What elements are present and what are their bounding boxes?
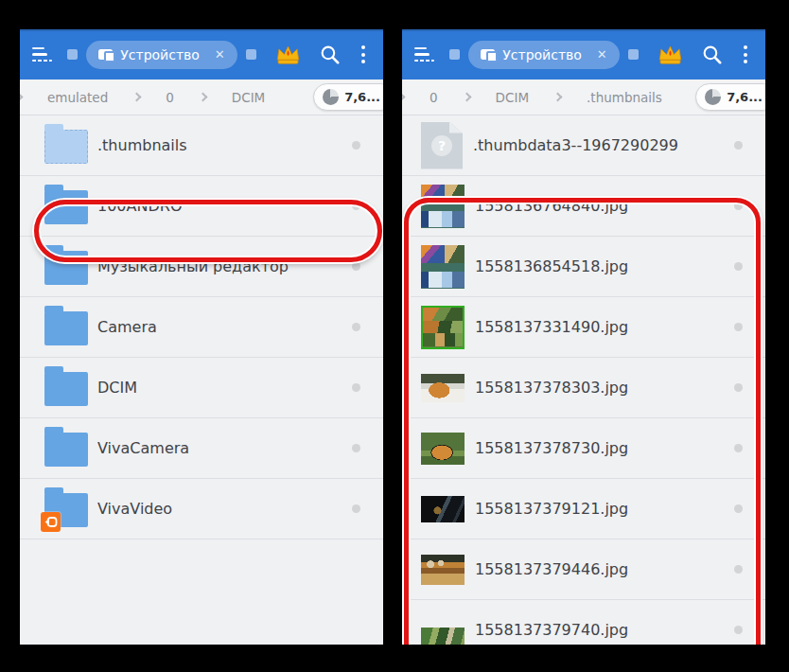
file-row[interactable]: 1558137378303.jpg — [402, 358, 765, 418]
selection-dot[interactable] — [352, 444, 360, 452]
file-name: 1558137379446.jpg — [475, 560, 723, 578]
folder-row[interactable]: .thumbnails — [20, 115, 383, 176]
file-row[interactable]: 1558137379121.jpg — [402, 479, 765, 539]
file-name: 1558137378730.jpg — [475, 439, 723, 457]
folder-row[interactable]: DCIM — [20, 358, 383, 418]
file-name: Camera — [97, 318, 341, 336]
selection-dot[interactable] — [352, 141, 360, 150]
selection-dot[interactable] — [352, 202, 360, 210]
usage-label: 7,6... — [727, 90, 763, 104]
hamburger-menu-button[interactable] — [32, 47, 55, 62]
breadcrumb-item[interactable]: .thumbnails — [587, 90, 662, 105]
overflow-menu-button[interactable] — [738, 44, 753, 65]
chevron-right-icon — [553, 93, 563, 102]
folder-row[interactable]: VivaCamera — [20, 418, 383, 479]
selection-dot[interactable] — [734, 202, 743, 210]
thumbnail-image — [421, 245, 465, 289]
selection-dot[interactable] — [352, 383, 360, 392]
device-tab[interactable]: Устройство ✕ — [468, 41, 620, 69]
pie-chart-icon — [705, 89, 721, 105]
folder-row[interactable]: Camera — [20, 297, 383, 358]
thumbnail-image — [421, 496, 465, 522]
unknown-file-icon: ? — [421, 122, 463, 169]
usage-label: 7,6... — [344, 90, 380, 104]
selection-dot[interactable] — [734, 504, 743, 513]
selection-dot[interactable] — [734, 444, 743, 452]
file-row[interactable]: 1558137378730.jpg — [402, 418, 765, 479]
breadcrumb-bar: emulated 0 DCIM 7,6... — [20, 80, 383, 115]
left-screenshot: Устройство ✕ emulated 0 DCIM 7,6... . — [20, 29, 383, 645]
vivavideo-badge-icon — [41, 512, 61, 532]
file-name: 1558136764840.jpg — [475, 197, 723, 215]
breadcrumb-item[interactable]: emulated — [47, 90, 108, 105]
adjacent-tab-left[interactable] — [449, 49, 460, 60]
overflow-menu-button[interactable] — [356, 44, 371, 65]
search-icon[interactable] — [319, 44, 341, 65]
storage-usage-badge[interactable]: 7,6... — [695, 83, 765, 111]
file-name: 1558137331490.jpg — [475, 318, 723, 336]
selection-dot[interactable] — [352, 262, 360, 271]
selection-dot[interactable] — [734, 141, 743, 150]
app-header: Устройство ✕ — [20, 29, 383, 80]
folder-icon — [44, 433, 88, 467]
pie-chart-icon — [323, 89, 339, 105]
file-name: Музыкальный редактор — [97, 257, 341, 275]
folder-icon — [44, 493, 88, 527]
file-name: VivaVideo — [97, 500, 341, 518]
thumbnail-image — [421, 306, 465, 349]
file-list: .thumbnails 100ANDRO Музыкальный редакто… — [20, 115, 383, 645]
breadcrumb-item[interactable]: 0 — [166, 90, 174, 105]
file-name: 1558136854518.jpg — [475, 257, 723, 275]
file-name: .thumbnails — [97, 136, 341, 154]
file-row[interactable]: ? .thumbdata3--1967290299 — [402, 115, 765, 176]
adjacent-tab-right[interactable] — [246, 49, 256, 60]
adjacent-tab-right[interactable] — [628, 49, 639, 60]
file-name: .thumbdata3--1967290299 — [473, 136, 723, 154]
file-name: 1558137379121.jpg — [475, 500, 723, 518]
folder-icon — [44, 130, 88, 164]
monitor-icon — [98, 49, 113, 60]
selection-dot[interactable] — [734, 323, 743, 331]
chevron-right-icon — [198, 93, 207, 102]
selection-dot[interactable] — [734, 565, 743, 574]
breadcrumb-item[interactable]: DCIM — [232, 90, 265, 105]
search-icon[interactable] — [701, 44, 723, 65]
folder-icon — [44, 311, 88, 345]
file-name: 1558137379740.jpg — [475, 621, 723, 639]
breadcrumb-item[interactable]: DCIM — [496, 90, 529, 105]
canvas-background: { "header": { "tab_label": "Устройство",… — [0, 0, 789, 672]
file-row[interactable]: 1558137379446.jpg — [402, 539, 765, 600]
file-row[interactable]: 1558136854518.jpg — [402, 237, 765, 297]
file-row[interactable]: 1558137379740.jpg — [402, 600, 765, 645]
chevron-right-icon — [20, 93, 23, 102]
tab-label: Устройство — [120, 47, 200, 62]
question-glyph: ? — [431, 135, 452, 156]
file-name: 1558137378303.jpg — [475, 379, 723, 397]
file-row[interactable]: 1558137331490.jpg — [402, 297, 765, 358]
file-row[interactable]: 1558136764840.jpg — [402, 176, 765, 237]
selection-dot[interactable] — [352, 323, 360, 331]
selection-dot[interactable] — [734, 383, 743, 392]
file-list: ? .thumbdata3--1967290299 1558136764840.… — [402, 115, 765, 645]
selection-dot[interactable] — [352, 504, 360, 513]
monitor-icon — [481, 49, 495, 60]
folder-row[interactable]: 100ANDRO — [20, 176, 383, 237]
breadcrumb-item[interactable]: 0 — [430, 90, 438, 105]
selection-dot[interactable] — [734, 626, 743, 634]
premium-crown-icon[interactable] — [275, 44, 301, 65]
storage-usage-badge[interactable]: 7,6... — [313, 83, 383, 111]
thumbnail-image — [421, 433, 465, 465]
chevron-right-icon — [132, 93, 142, 102]
folder-row[interactable]: Музыкальный редактор — [20, 237, 383, 297]
selection-dot[interactable] — [734, 262, 743, 271]
close-icon[interactable]: ✕ — [597, 47, 607, 62]
premium-crown-icon[interactable] — [658, 44, 683, 65]
thumbnail-image — [421, 555, 465, 585]
device-tab[interactable]: Устройство ✕ — [86, 41, 237, 69]
right-screenshot: Устройство ✕ 0 DCIM .thumbnails 7,6... — [402, 29, 765, 645]
adjacent-tab-left[interactable] — [67, 49, 78, 60]
close-icon[interactable]: ✕ — [215, 47, 225, 62]
folder-row[interactable]: VivaVideo — [20, 479, 383, 539]
thumbnail-image — [421, 374, 465, 402]
hamburger-menu-button[interactable] — [414, 47, 437, 62]
